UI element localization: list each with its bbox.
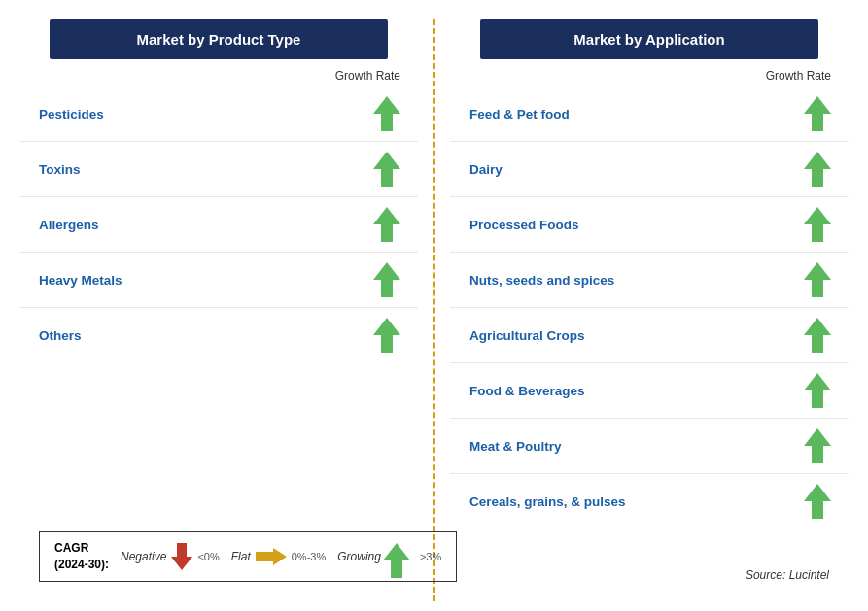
list-item: Toxins	[19, 142, 418, 197]
item-label: Allergens	[39, 218, 99, 232]
up-arrow-icon	[804, 262, 831, 297]
growing-label: Growing	[337, 550, 381, 563]
up-arrow-icon	[804, 318, 831, 353]
up-arrow-icon	[804, 152, 831, 187]
list-item: Heavy Metals	[19, 253, 418, 308]
item-label: Agricultural Crops	[469, 328, 585, 343]
up-arrow-icon	[373, 318, 400, 353]
negative-label: Negative	[121, 550, 166, 563]
legend-growing: Growing >3%	[337, 543, 441, 570]
right-items-list: Feed & Pet food Dairy Processed Foods Nu…	[450, 86, 849, 528]
list-item: Allergens	[19, 197, 418, 253]
item-label: Toxins	[39, 162, 81, 177]
up-arrow-icon	[373, 96, 400, 131]
main-container: Market by Product Type Growth Rate Pesti…	[0, 0, 868, 611]
up-arrow-icon	[373, 262, 400, 297]
up-arrow-icon	[804, 484, 831, 519]
left-growth-label: Growth Rate	[335, 69, 400, 83]
up-arrow-icon	[373, 207, 400, 242]
up-arrow-icon	[373, 152, 400, 187]
item-label: Others	[39, 328, 82, 343]
up-arrow-icon	[804, 96, 831, 131]
right-arrow-icon	[256, 548, 287, 565]
list-item: Dairy	[450, 142, 849, 197]
up-arrow-icon	[804, 207, 831, 242]
list-item: Agricultural Crops	[450, 308, 849, 363]
item-label: Dairy	[469, 162, 503, 177]
item-label: Processed Foods	[469, 218, 579, 232]
item-label: Heavy Metals	[39, 273, 122, 288]
flat-sub: 0%-3%	[292, 551, 326, 562]
up-arrow-icon	[804, 428, 831, 463]
list-item: Nuts, seeds and spices	[450, 253, 849, 308]
divider	[433, 19, 435, 601]
flat-label: Flat	[231, 550, 251, 563]
item-label: Feed & Pet food	[469, 107, 570, 121]
item-label: Meat & Poultry	[469, 439, 562, 454]
list-item: Feed & Pet food	[450, 86, 849, 142]
list-item: Pesticides	[19, 86, 418, 142]
left-panel: Market by Product Type Growth Rate Pesti…	[10, 19, 428, 601]
left-panel-header: Market by Product Type	[50, 19, 389, 59]
item-label: Food & Beverages	[469, 384, 585, 398]
list-item: Processed Foods	[450, 197, 849, 253]
item-label: Pesticides	[39, 107, 104, 121]
negative-sub: <0%	[197, 551, 219, 562]
legend-flat: Flat 0%-3%	[231, 548, 326, 565]
item-label: Nuts, seeds and spices	[469, 273, 614, 288]
right-growth-label: Growth Rate	[766, 69, 831, 83]
list-item: Others	[19, 308, 418, 362]
legend-cagr-label: CAGR(2024-30):	[54, 540, 109, 573]
source-label: Source: Lucintel	[746, 568, 829, 582]
growing-sub: >3%	[420, 551, 441, 562]
left-items-list: Pesticides Toxins Allergens Heavy Metals…	[19, 86, 418, 362]
list-item: Food & Beverages	[450, 363, 849, 419]
down-arrow-icon	[171, 543, 192, 570]
right-panel: Market by Application Growth Rate Feed &…	[440, 19, 858, 601]
item-label: Cereals, grains, & pulses	[469, 494, 626, 509]
up-arrow-icon	[386, 543, 407, 570]
list-item: Cereals, grains, & pulses	[450, 474, 849, 528]
up-arrow-icon	[804, 373, 831, 408]
legend-box: CAGR(2024-30): Negative <0% Flat 0%-3% G…	[39, 531, 457, 582]
legend-negative: Negative <0%	[121, 543, 220, 570]
list-item: Meat & Poultry	[450, 419, 849, 474]
right-panel-header: Market by Application	[480, 19, 819, 59]
